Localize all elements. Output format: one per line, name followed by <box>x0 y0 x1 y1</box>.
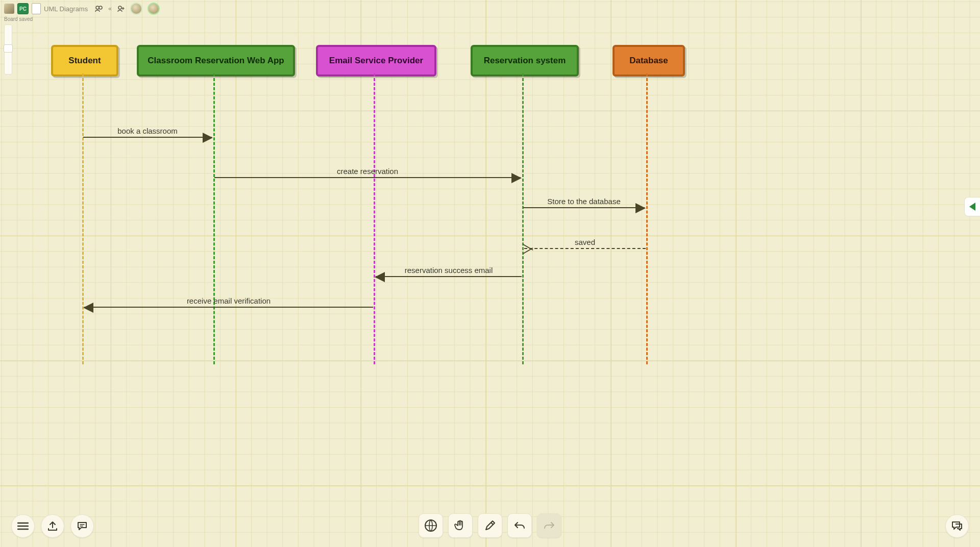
arrow-head-open-left-icon <box>523 244 533 254</box>
zoom-knob[interactable] <box>4 44 13 53</box>
board-title[interactable]: UML Diagrams <box>44 5 88 13</box>
bottom-left-tools <box>11 514 94 538</box>
chat-icon <box>951 520 963 532</box>
comment-button[interactable] <box>70 514 94 538</box>
message-label: saved <box>524 238 646 246</box>
lifeline-label: Database <box>629 56 668 66</box>
message-label: reservation success email <box>376 266 522 275</box>
lifeline-line-webapp <box>213 73 215 364</box>
message-store-database[interactable]: Store to the database <box>523 207 645 208</box>
lifeline-reservation-system[interactable]: Reservation system <box>471 45 579 77</box>
hand-button[interactable] <box>448 513 473 538</box>
lifeline-line-database <box>646 73 648 364</box>
arrow-head-left-icon <box>375 272 385 282</box>
document-icon[interactable] <box>32 3 41 14</box>
lifeline-email-provider[interactable]: Email Service Provider <box>316 45 436 77</box>
add-user-icon[interactable] <box>117 5 125 12</box>
redo-icon <box>543 519 556 532</box>
globe-icon <box>424 519 437 532</box>
svg-point-1 <box>99 6 102 9</box>
lifeline-webapp[interactable]: Classroom Reservation Web App <box>137 45 295 77</box>
export-button[interactable] <box>41 514 64 538</box>
message-label: receive email verification <box>84 296 373 305</box>
redo-button[interactable] <box>537 513 561 538</box>
lifeline-label: Student <box>68 56 101 66</box>
user-avatar-initials[interactable]: PC <box>17 3 29 14</box>
presence-avatar-2[interactable] <box>148 3 160 15</box>
lifeline-label: Classroom Reservation Web App <box>148 56 284 66</box>
group-icon[interactable] <box>95 5 103 12</box>
comment-icon <box>77 521 88 531</box>
chat-button[interactable] <box>945 514 969 538</box>
triangle-left-icon <box>969 203 975 211</box>
pencil-icon <box>483 519 497 532</box>
svg-point-0 <box>96 6 99 9</box>
message-receive-verification[interactable]: receive email verification <box>84 307 373 308</box>
lifeline-line-reservation <box>522 73 524 364</box>
arrow-head-right-icon <box>203 133 213 143</box>
menu-icon <box>17 522 29 530</box>
top-bar: PC UML Diagrams « <box>4 3 976 14</box>
lifeline-student[interactable]: Student <box>51 45 118 77</box>
svg-point-2 <box>118 6 121 9</box>
undo-button[interactable] <box>507 513 532 538</box>
arrow-head-right-icon <box>635 203 646 213</box>
lifeline-label: Reservation system <box>484 56 566 66</box>
message-label: create reservation <box>214 167 521 176</box>
message-create-reservation[interactable]: create reservation <box>214 177 521 178</box>
arrow-head-left-icon <box>83 303 93 313</box>
chevron-left-icon[interactable]: « <box>108 5 112 12</box>
presence-avatar-1[interactable] <box>130 3 142 15</box>
lifeline-line-email <box>374 73 375 364</box>
menu-button[interactable] <box>11 514 35 538</box>
zoom-slider[interactable] <box>4 24 12 74</box>
lifeline-line-student <box>82 73 84 364</box>
undo-icon <box>513 519 526 532</box>
save-status: Board saved <box>4 16 33 22</box>
message-success-email[interactable]: reservation success email <box>376 276 522 277</box>
user-avatar-1[interactable] <box>4 4 14 14</box>
bottom-center-tools <box>419 513 561 538</box>
globe-button[interactable] <box>419 513 443 538</box>
message-label: book a classroom <box>83 127 212 135</box>
hand-icon <box>454 519 467 532</box>
lifeline-database[interactable]: Database <box>612 45 685 77</box>
pencil-button[interactable] <box>478 513 502 538</box>
lifeline-label: Email Service Provider <box>329 56 423 66</box>
arrow-head-right-icon <box>511 173 522 183</box>
message-saved[interactable]: saved <box>524 248 646 249</box>
side-panel-toggle[interactable] <box>964 197 980 216</box>
message-label: Store to the database <box>523 197 645 206</box>
message-book-classroom[interactable]: book a classroom <box>83 137 212 138</box>
export-icon <box>47 521 58 531</box>
